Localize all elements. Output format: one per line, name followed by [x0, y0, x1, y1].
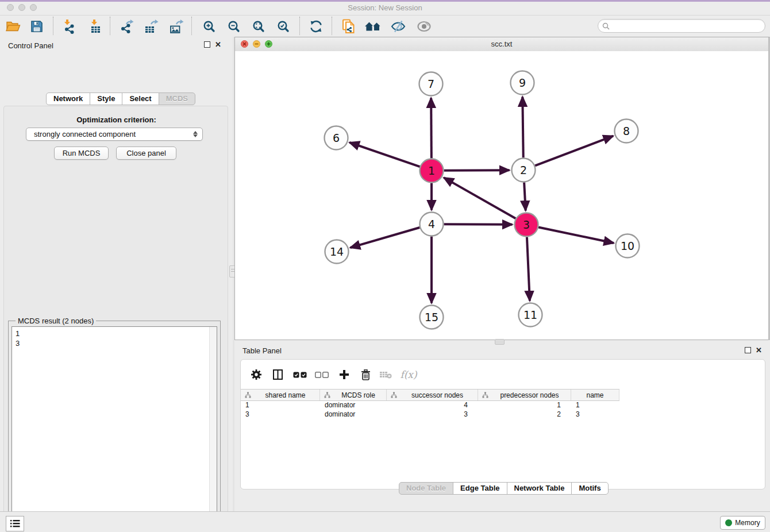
- run-mcds-button[interactable]: Run MCDS: [54, 147, 109, 160]
- session-title: Session: New Session: [0, 3, 770, 12]
- select-stepper-icon: [193, 131, 198, 137]
- column-label: MCDS role: [330, 391, 386, 399]
- close-panel-icon[interactable]: ✕: [215, 42, 221, 48]
- table-panel: Table Panel ✕: [234, 345, 770, 511]
- show-graphics-details-icon[interactable]: [415, 18, 433, 35]
- memory-status-icon: [725, 519, 732, 526]
- edge-4-14[interactable]: [351, 228, 420, 248]
- table-cell: dominator: [320, 401, 387, 409]
- memory-button[interactable]: Memory: [720, 516, 765, 530]
- column-type-icon: [391, 392, 397, 399]
- column-header-successor-nodes[interactable]: successor nodes: [387, 390, 478, 400]
- table-row[interactable]: 3dominator323: [241, 410, 619, 419]
- edge-1-6[interactable]: [349, 142, 419, 167]
- column-header-name[interactable]: name: [571, 390, 619, 400]
- delete-column-trash-icon[interactable]: [357, 367, 374, 382]
- deselect-all-icon[interactable]: [313, 367, 330, 382]
- add-column-icon[interactable]: [336, 367, 353, 382]
- home-icon[interactable]: [364, 18, 382, 35]
- horizontal-splitter-handle[interactable]: [495, 339, 505, 345]
- close-table-panel-icon[interactable]: ✕: [756, 348, 762, 353]
- optimization-criterion-label: Optimization criterion:: [0, 115, 233, 124]
- task-list-icon: [10, 519, 20, 528]
- tab-mcds[interactable]: MCDS: [159, 92, 195, 105]
- toolbar-separator: [332, 17, 332, 35]
- column-label: name: [571, 391, 619, 399]
- zoom-selected-icon[interactable]: [274, 18, 292, 35]
- open-file-icon[interactable]: [4, 18, 22, 35]
- table-cell: 1: [571, 401, 619, 409]
- edge-3-11[interactable]: [527, 237, 530, 300]
- close-panel-button[interactable]: Close panel: [116, 147, 176, 160]
- edge-1-2[interactable]: [444, 170, 509, 171]
- hide-graphics-icon[interactable]: [389, 18, 407, 35]
- column-type-icon: [324, 392, 330, 399]
- tab-network[interactable]: Network: [46, 92, 90, 105]
- table-settings-gear-icon[interactable]: [248, 367, 265, 382]
- tab-network-table[interactable]: Network Table: [507, 482, 572, 495]
- edge-3-1[interactable]: [444, 178, 515, 218]
- import-network-icon[interactable]: [60, 18, 78, 35]
- network-window-titlebar[interactable]: scc.txt: [235, 37, 768, 52]
- column-label: shared name: [251, 391, 319, 399]
- control-panel-tabs: NetworkStyleSelectMCDS: [46, 92, 195, 105]
- column-header-predecessor-nodes[interactable]: predecessor nodes: [478, 390, 571, 400]
- tab-select[interactable]: Select: [122, 92, 159, 105]
- toolbar-separator: [53, 17, 53, 35]
- import-table-icon[interactable]: [87, 18, 105, 35]
- edge-3-10[interactable]: [538, 227, 614, 243]
- criterion-select[interactable]: strongly connected component: [26, 128, 203, 141]
- column-header-mcds-role[interactable]: MCDS role: [320, 390, 387, 400]
- save-session-icon[interactable]: [28, 18, 46, 35]
- search-field[interactable]: [598, 19, 765, 33]
- node-label-11: 11: [523, 309, 537, 321]
- tab-edge-table[interactable]: Edge Table: [453, 482, 507, 495]
- node-label-6: 6: [333, 132, 340, 144]
- tab-style[interactable]: Style: [90, 92, 122, 105]
- node-label-1: 1: [428, 164, 435, 177]
- delete-table-icon-disabled: [377, 367, 394, 382]
- window-top-strip: [0, 0, 770, 2]
- result-scrollbar[interactable]: [209, 327, 217, 532]
- export-image-icon[interactable]: [167, 18, 186, 35]
- network-title: scc.txt: [235, 40, 768, 48]
- node-label-4: 4: [428, 218, 435, 230]
- network-canvas[interactable]: 1234678910111415: [235, 51, 768, 340]
- table-cell: 1: [478, 401, 571, 409]
- edge-2-8[interactable]: [535, 136, 613, 166]
- node-label-9: 9: [519, 76, 526, 89]
- show-columns-icon[interactable]: [269, 367, 286, 382]
- mcds-result-title: MCDS result (2 nodes): [16, 317, 96, 325]
- table-cell: 4: [387, 401, 478, 409]
- refresh-network-icon[interactable]: [307, 18, 325, 35]
- function-builder-icon-disabled: f(x): [398, 367, 419, 382]
- table-cell: 1: [241, 401, 320, 409]
- mcds-result-lines: 13: [16, 329, 20, 348]
- select-all-icon[interactable]: [291, 367, 309, 382]
- float-table-panel-icon[interactable]: [745, 347, 751, 353]
- edge-2-3[interactable]: [524, 182, 526, 210]
- column-header-shared-name[interactable]: shared name: [241, 390, 320, 400]
- edge-2-9[interactable]: [522, 97, 523, 157]
- float-panel-icon[interactable]: [204, 41, 210, 48]
- mcds-result-line: 1: [16, 329, 20, 338]
- tab-node-table[interactable]: Node Table: [399, 482, 453, 495]
- edge-1-7[interactable]: [431, 98, 432, 158]
- clone-network-icon[interactable]: [340, 18, 358, 35]
- tab-motifs[interactable]: Motifs: [571, 482, 608, 495]
- task-history-button[interactable]: [6, 516, 24, 531]
- memory-label: Memory: [735, 519, 760, 527]
- export-table-icon[interactable]: [142, 18, 160, 35]
- network-graph[interactable]: 1234678910111415: [235, 51, 768, 340]
- table-cell: 3: [571, 410, 619, 418]
- edge-4-3[interactable]: [444, 224, 512, 225]
- application-window: Session: New Session: [0, 0, 770, 532]
- zoom-in-icon[interactable]: [200, 18, 218, 35]
- export-network-icon[interactable]: [117, 18, 136, 35]
- table-row[interactable]: 1dominator411: [241, 400, 619, 410]
- search-input[interactable]: [612, 20, 765, 32]
- node-label-3: 3: [523, 218, 530, 231]
- zoom-fit-icon[interactable]: [249, 18, 268, 35]
- zoom-out-icon[interactable]: [225, 18, 243, 35]
- mcds-result-area[interactable]: 13: [11, 326, 217, 532]
